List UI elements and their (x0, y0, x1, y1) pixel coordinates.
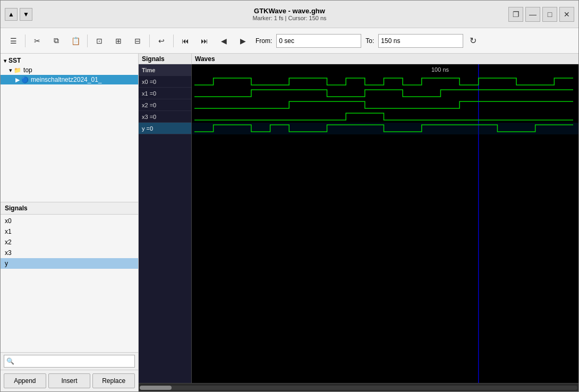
reload-button[interactable]: ↻ (465, 33, 480, 48)
bottom-buttons: Append Insert Replace (1, 370, 138, 391)
signal-item-x2[interactable]: x2 (1, 237, 138, 248)
window-subtitle: Marker: 1 fs | Cursor: 150 ns (252, 15, 326, 21)
signals-waves-header: Signals Waves (139, 54, 578, 64)
signal-item-y[interactable]: y (1, 258, 138, 269)
signal-row-x2: x2 =0 (139, 99, 191, 111)
restore-button[interactable]: ❐ (508, 7, 523, 22)
toolbar-sep-1 (25, 35, 25, 47)
maximize-button[interactable]: □ (542, 7, 557, 22)
folder-icon: ▾ 📁 (9, 67, 21, 74)
minimize-button[interactable]: — (525, 7, 540, 22)
signals-col-header: Signals (139, 54, 192, 64)
h-scrollbar[interactable] (139, 383, 578, 391)
signal-row-x0: x0 =0 (139, 76, 191, 88)
scrollbar-track (140, 386, 577, 390)
hamburger-button[interactable]: ☰ (5, 32, 22, 49)
window-title: GTKWave - wave.ghw (254, 7, 325, 15)
right-panel: Signals Waves Time x0 =0 x1 =0 x2 =0 x3 … (139, 54, 578, 391)
scroll-up-button[interactable]: ▲ (5, 8, 18, 21)
signal-row-x3: x3 =0 (139, 111, 191, 123)
sst-label: SST (8, 57, 21, 64)
to-label: To: (365, 37, 374, 45)
signal-item-x1[interactable]: x1 (1, 226, 138, 237)
toolbar-sep-2 (87, 35, 88, 47)
prev-button[interactable]: ◀ (215, 32, 232, 49)
sst-section: ▾ SST ▾ 📁 top ▶ 🔵 meinschaltnetz2024_01_ (1, 54, 138, 202)
toolbar-sep-4 (173, 35, 174, 47)
window-controls: ❐ — □ ✕ (508, 7, 574, 22)
toolbar-sep-3 (149, 35, 150, 47)
signal-names-col: Time x0 =0 x1 =0 x2 =0 x3 =0 y =0 (139, 64, 192, 383)
from-input[interactable] (276, 34, 361, 48)
undo-button[interactable]: ↩ (153, 32, 170, 49)
insert-button[interactable]: Insert (48, 373, 91, 388)
to-input[interactable] (378, 34, 463, 48)
sst-sub-label: meinschaltnetz2024_01_ (31, 76, 101, 83)
from-label: From: (256, 37, 272, 45)
signal-row-y: y =0 (139, 123, 191, 134)
toolbar: ☰ ✂ ⧉ 📋 ⊡ ⊞ ⊟ ↩ ⏮ ⏭ ◀ ▶ From: To: ↻ (1, 28, 578, 54)
main-area: ▾ SST ▾ 📁 top ▶ 🔵 meinschaltnetz2024_01_… (1, 54, 578, 391)
sst-toggle-icon[interactable]: ▾ (4, 58, 6, 64)
first-button[interactable]: ⏮ (177, 32, 194, 49)
signal-item-x3[interactable]: x3 (1, 248, 138, 258)
waveform-area[interactable] (192, 64, 578, 383)
module-icon: ▶ 🔵 (15, 76, 29, 83)
last-button[interactable]: ⏭ (196, 32, 213, 49)
sst-header: ▾ SST (1, 56, 138, 65)
waveform-canvas (192, 64, 578, 383)
cut-button[interactable]: ✂ (29, 32, 46, 49)
next-button[interactable]: ▶ (234, 32, 251, 49)
copy-button[interactable]: ⧉ (48, 32, 65, 49)
signals-waves-body: Time x0 =0 x1 =0 x2 =0 x3 =0 y =0 (139, 64, 578, 383)
search-wrapper: 🔍 (4, 355, 135, 368)
signals-list: x0 x1 x2 x3 y (1, 215, 138, 352)
signal-item-x0[interactable]: x0 (1, 216, 138, 226)
replace-button[interactable]: Replace (92, 373, 135, 388)
zoom-full-button[interactable]: ⊟ (129, 32, 146, 49)
append-button[interactable]: Append (4, 373, 46, 388)
zoom-sel-button[interactable]: ⊞ (110, 32, 127, 49)
titlebar: ▲ ▼ GTKWave - wave.ghw Marker: 1 fs | Cu… (1, 1, 578, 28)
sst-top-label: top (23, 66, 32, 74)
titlebar-arrows: ▲ ▼ (5, 8, 32, 21)
scroll-down-button[interactable]: ▼ (20, 8, 32, 21)
scrollbar-thumb[interactable] (140, 386, 172, 390)
zoom-fit-button[interactable]: ⊡ (91, 32, 108, 49)
sst-sub-item[interactable]: ▶ 🔵 meinschaltnetz2024_01_ (1, 75, 138, 84)
sst-top-item[interactable]: ▾ 📁 top (1, 65, 138, 75)
left-panel: ▾ SST ▾ 📁 top ▶ 🔵 meinschaltnetz2024_01_… (1, 54, 139, 391)
signals-section-header: Signals (1, 202, 138, 215)
paste-button[interactable]: 📋 (67, 32, 84, 49)
signal-row-x1: x1 =0 (139, 88, 191, 99)
waves-col-header: Waves (192, 54, 578, 64)
search-row: 🔍 (1, 352, 138, 370)
signals-section: Signals x0 x1 x2 x3 y 🔍 Append Insert (1, 202, 138, 391)
close-button[interactable]: ✕ (559, 7, 574, 22)
time-row: Time (139, 64, 191, 76)
search-input[interactable] (4, 355, 135, 368)
main-window: ▲ ▼ GTKWave - wave.ghw Marker: 1 fs | Cu… (0, 0, 579, 392)
